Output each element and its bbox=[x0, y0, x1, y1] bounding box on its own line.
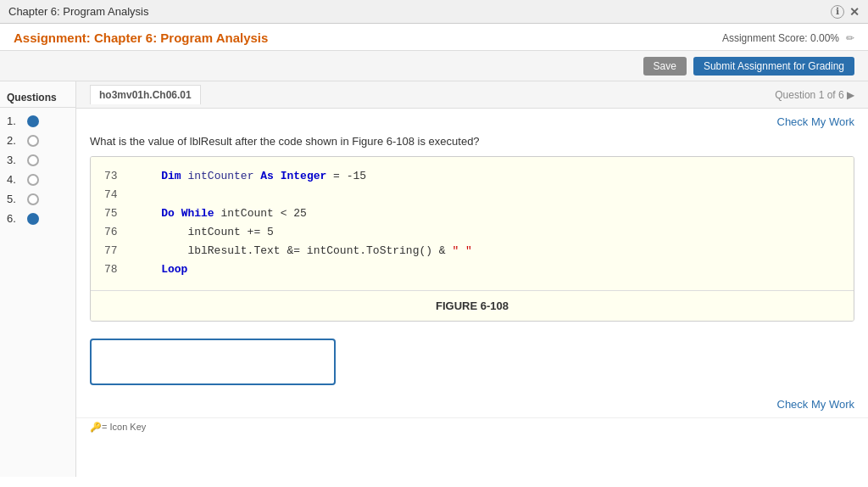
close-icon[interactable]: ✕ bbox=[849, 5, 860, 19]
line-num-76: 76 bbox=[104, 223, 121, 242]
sidebar-dot-2 bbox=[27, 135, 39, 147]
edit-icon[interactable]: ✏ bbox=[846, 32, 854, 44]
code-text-75: Do While intCount < 25 bbox=[135, 204, 307, 223]
code-line-76: 76 intCount += 5 bbox=[104, 223, 840, 242]
line-num-74: 74 bbox=[104, 186, 121, 204]
sidebar-item-4[interactable]: 4. bbox=[0, 170, 75, 189]
tab-label[interactable]: ho3mv01h.Ch06.01 bbox=[90, 85, 201, 104]
line-num-78: 78 bbox=[104, 260, 121, 279]
figure-caption: FIGURE 6-108 bbox=[91, 290, 854, 321]
sidebar-item-1[interactable]: 1. bbox=[0, 111, 75, 131]
score-area: Assignment Score: 0.00% ✏ bbox=[722, 32, 854, 44]
code-text-77: lblResult.Text &= intCount.ToString() & … bbox=[135, 242, 472, 260]
sidebar-num-6: 6. bbox=[7, 212, 20, 225]
check-work-bottom-area: Check My Work bbox=[76, 395, 868, 417]
sidebar-num-5: 5. bbox=[7, 193, 20, 205]
sidebar-item-5[interactable]: 5. bbox=[0, 189, 75, 209]
code-line-73: 73 Dim intCounter As Integer = -15 bbox=[104, 167, 840, 186]
sidebar-num-2: 2. bbox=[7, 134, 20, 147]
code-text-73: Dim intCounter As Integer = -15 bbox=[135, 167, 366, 186]
icon-key-text: 🔑= Icon Key bbox=[90, 422, 146, 433]
sidebar-dot-5 bbox=[27, 193, 39, 205]
code-line-74: 74 bbox=[104, 186, 840, 204]
sidebar-num-4: 4. bbox=[7, 173, 20, 186]
toolbar: Save Submit Assignment for Grading bbox=[0, 51, 868, 81]
sidebar-dot-4 bbox=[27, 174, 39, 186]
score-text: Assignment Score: 0.00% bbox=[722, 32, 839, 44]
check-work-top-link[interactable]: Check My Work bbox=[777, 115, 855, 128]
content-area: ho3mv01h.Ch06.01 Question 1 of 6 ▶ Check… bbox=[76, 81, 868, 477]
line-num-75: 75 bbox=[104, 204, 121, 223]
title-bar-icons: ℹ ✕ bbox=[831, 5, 860, 19]
line-num-77: 77 bbox=[104, 242, 121, 260]
code-line-75: 75 Do While intCount < 25 bbox=[104, 204, 840, 223]
title-bar: Chapter 6: Program Analysis ℹ ✕ bbox=[0, 0, 868, 24]
icon-key: 🔑= Icon Key bbox=[76, 417, 868, 436]
submit-button[interactable]: Submit Assignment for Grading bbox=[693, 57, 854, 76]
assignment-title: Assignment: Chapter 6: Program Analysis bbox=[14, 31, 268, 45]
save-button[interactable]: Save bbox=[643, 57, 687, 76]
sidebar-dot-3 bbox=[27, 154, 39, 166]
sidebar-dot-1 bbox=[27, 115, 39, 127]
info-icon[interactable]: ℹ bbox=[831, 5, 844, 19]
tab-bar: ho3mv01h.Ch06.01 Question 1 of 6 ▶ bbox=[76, 81, 868, 109]
check-work-top-area: Check My Work bbox=[76, 109, 868, 132]
code-line-78: 78 Loop bbox=[104, 260, 840, 279]
line-num-73: 73 bbox=[104, 167, 121, 186]
sidebar-item-3[interactable]: 3. bbox=[0, 150, 75, 170]
check-work-bottom-link[interactable]: Check My Work bbox=[777, 398, 855, 411]
window-title: Chapter 6: Program Analysis bbox=[8, 5, 148, 18]
code-text-78: Loop bbox=[135, 260, 187, 279]
question-text: What is the value of lblResult after the… bbox=[76, 132, 868, 156]
question-nav[interactable]: Question 1 of 6 ▶ bbox=[775, 89, 854, 101]
sidebar-header: Questions bbox=[0, 88, 75, 108]
sidebar-dot-6 bbox=[27, 213, 39, 225]
code-block: 73 Dim intCounter As Integer = -15 74 75… bbox=[91, 157, 854, 290]
code-text-76: intCount += 5 bbox=[135, 223, 274, 242]
sidebar: Questions 1. 2. 3. 4. 5. 6. bbox=[0, 81, 76, 477]
assignment-header: Assignment: Chapter 6: Program Analysis … bbox=[0, 24, 868, 51]
answer-area bbox=[76, 332, 868, 395]
main-layout: Questions 1. 2. 3. 4. 5. 6. ho3mv01h.Ch0… bbox=[0, 81, 868, 477]
sidebar-item-6[interactable]: 6. bbox=[0, 209, 75, 228]
sidebar-num-1: 1. bbox=[7, 115, 20, 127]
sidebar-num-3: 3. bbox=[7, 154, 20, 166]
sidebar-item-2[interactable]: 2. bbox=[0, 131, 75, 150]
answer-input[interactable] bbox=[90, 339, 336, 385]
code-block-wrapper: 73 Dim intCounter As Integer = -15 74 75… bbox=[90, 156, 854, 322]
code-text-74 bbox=[135, 186, 142, 204]
code-line-77: 77 lblResult.Text &= intCount.ToString()… bbox=[104, 242, 840, 260]
